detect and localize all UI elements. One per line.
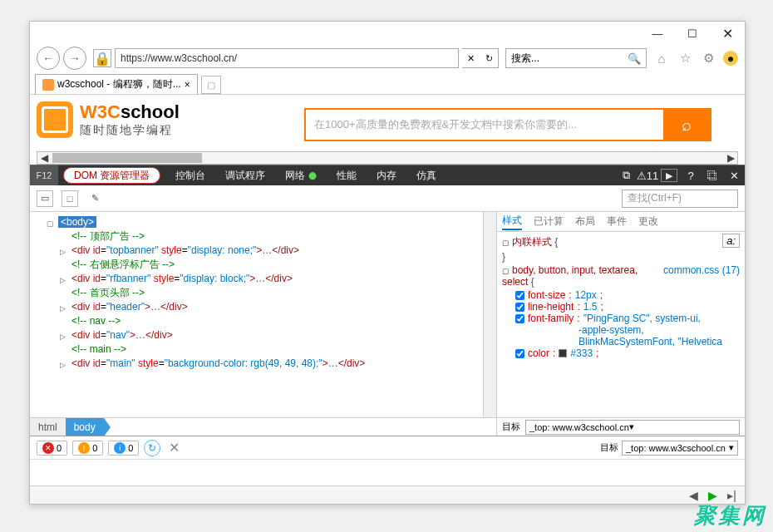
dom-pane: ▢<body> <!-- 顶部广告 --> ▷<div id="topbanne…	[30, 212, 497, 436]
color-swatch-icon[interactable]	[559, 349, 567, 357]
select-element-button[interactable]: ▭	[37, 190, 53, 207]
crumb-html[interactable]: html	[30, 418, 66, 436]
page-viewport: W3Cschool 随时随地学编程 在1000+高质量的免费教程&开发文档中搜索…	[30, 95, 745, 165]
tab-console[interactable]: 控制台	[165, 165, 215, 185]
error-filter[interactable]: ✕0	[37, 441, 67, 456]
new-tab-button[interactable]: ▢	[201, 76, 221, 94]
home-icon[interactable]: ⌂	[653, 50, 670, 66]
prop-toggle[interactable]	[515, 291, 524, 300]
feedback-icon[interactable]: ☻	[723, 51, 738, 66]
tab-title: w3cschool - 编程狮，随时...	[57, 77, 181, 91]
tab-memory[interactable]: 内存	[367, 165, 406, 185]
help-button[interactable]: ?	[680, 165, 702, 185]
pseudo-toggle[interactable]: a:	[722, 234, 740, 248]
search-placeholder: 搜索...	[511, 52, 539, 66]
forward-button[interactable]: →	[63, 47, 86, 70]
style-rules[interactable]: a: ▢内联样式 { } common.css (17)▢body, butto…	[497, 232, 745, 417]
logo-mark-icon	[37, 101, 73, 138]
site-search: 在1000+高质量的免费教程&开发文档中搜索你需要的... ⌕	[304, 108, 711, 141]
target-label: 目标	[502, 421, 520, 433]
site-search-button[interactable]: ⌕	[663, 110, 710, 140]
settings-icon[interactable]: ⚙	[700, 50, 716, 66]
screen-icon[interactable]: ⧉	[615, 165, 637, 185]
browser-window: — ☐ ✕ ← → 🔒 https://www.w3cschool.cn/ ✕ …	[29, 21, 746, 505]
target-select[interactable]: _top: www.w3cschool.cn▾	[525, 420, 740, 435]
url-input[interactable]: https://www.w3cschool.cn/	[115, 48, 459, 68]
tab-performance[interactable]: 性能	[327, 165, 367, 185]
style-footer: 目标 _top: www.w3cschool.cn▾	[497, 417, 745, 436]
devtools-statusbar: ◀ ▶ ▸|	[30, 485, 745, 504]
lock-icon: 🔒	[93, 49, 111, 67]
warn-filter[interactable]: !0	[72, 441, 103, 456]
search-icon[interactable]: 🔍	[628, 52, 641, 65]
dom-tree[interactable]: ▢<body> <!-- 顶部广告 --> ▷<div id="topbanne…	[30, 212, 496, 417]
scroll-left-icon[interactable]: ◀	[689, 489, 698, 502]
dom-scrollbar[interactable]	[483, 212, 496, 417]
tab-emulation[interactable]: 仿真	[406, 165, 446, 185]
tab-computed[interactable]: 已计算	[534, 214, 564, 229]
favorites-icon[interactable]: ☆	[677, 50, 693, 66]
tab-debugger[interactable]: 调试程序	[215, 165, 275, 185]
dom-toolbar: ▭ □ ✎ 查找(Ctrl+F)	[30, 185, 745, 212]
find-input[interactable]: 查找(Ctrl+F)	[622, 190, 738, 208]
refresh-icon[interactable]: ↻	[485, 53, 493, 64]
crumb-body[interactable]: body	[66, 418, 104, 436]
clear-console-button[interactable]: ✕	[169, 440, 180, 456]
pin-button[interactable]: ⿻	[702, 165, 723, 185]
tab-dom-explorer[interactable]: DOM 资源管理器	[63, 167, 160, 184]
site-logo[interactable]: W3Cschool 随时随地学编程	[37, 101, 180, 138]
scroll-left-icon[interactable]: ◀	[37, 152, 51, 164]
minimize-button[interactable]: —	[640, 23, 675, 43]
highlight-button[interactable]: □	[62, 190, 78, 207]
info-filter[interactable]: i0	[108, 441, 139, 456]
favicon-icon	[42, 79, 54, 91]
style-pane: 样式 已计算 布局 事件 更改 a: ▢内联样式 { } common.css …	[497, 212, 745, 436]
target-label: 目标	[600, 441, 618, 454]
devtools-close-button[interactable]: ✕	[723, 165, 745, 185]
tab-close-button[interactable]: ×	[185, 79, 190, 91]
tab-events[interactable]: 事件	[607, 214, 627, 229]
address-bar: ← → 🔒 https://www.w3cschool.cn/ ✕ ↻ 搜索..…	[30, 45, 745, 71]
css-file-link[interactable]: common.css (17)	[663, 264, 740, 276]
style-tabs: 样式 已计算 布局 事件 更改	[497, 212, 745, 232]
url-controls: ✕ ↻	[462, 48, 499, 68]
dock-button[interactable]: ▶	[658, 165, 680, 185]
browser-search-input[interactable]: 搜索... 🔍	[505, 48, 647, 68]
scroll-right-icon[interactable]: ▶	[724, 152, 737, 164]
tab-network[interactable]: 网络⬤	[275, 165, 327, 185]
console-target-select[interactable]: _top: www.w3cschool.cn▾	[622, 441, 738, 456]
console-output[interactable]	[30, 460, 745, 485]
maximize-button[interactable]: ☐	[675, 23, 710, 43]
tab-changes[interactable]: 更改	[638, 214, 658, 229]
step-icon[interactable]: ▸|	[727, 489, 736, 502]
horizontal-scrollbar[interactable]: ◀ ▶	[37, 151, 738, 165]
play-icon[interactable]: ▶	[708, 489, 717, 502]
tab-strip: w3cschool - 编程狮，随时... × ▢	[30, 71, 745, 95]
titlebar: — ☐ ✕	[30, 22, 745, 45]
error-count[interactable]: ⚠ 11	[637, 165, 658, 185]
f12-badge: F12	[30, 165, 58, 185]
console-toolbar: ✕0 !0 i0 ↻ ✕ 目标 _top: www.w3cschool.cn▾	[30, 436, 745, 460]
watermark: 聚集网	[694, 501, 766, 530]
site-search-input[interactable]: 在1000+高质量的免费教程&开发文档中搜索你需要的...	[306, 110, 663, 140]
devtools-main: ▢<body> <!-- 顶部广告 --> ▷<div id="topbanne…	[30, 212, 745, 436]
back-button[interactable]: ←	[37, 47, 60, 70]
page-tab[interactable]: w3cschool - 编程狮，随时... ×	[35, 74, 198, 94]
stop-icon[interactable]: ✕	[467, 53, 475, 64]
devtools-tabs: F12 DOM 资源管理器 控制台 调试程序 网络⬤ 性能 内存 仿真 ⧉ ⚠ …	[30, 165, 745, 185]
tab-layout[interactable]: 布局	[575, 214, 595, 229]
scroll-thumb[interactable]	[52, 153, 202, 163]
devtools: F12 DOM 资源管理器 控制台 调试程序 网络⬤ 性能 内存 仿真 ⧉ ⚠ …	[30, 165, 745, 504]
logo-text: W3Cschool 随时随地学编程	[80, 101, 180, 138]
close-button[interactable]: ✕	[710, 23, 745, 43]
prop-toggle[interactable]	[515, 349, 524, 358]
breadcrumb: html body	[30, 417, 496, 436]
magnify-icon: ⌕	[682, 116, 692, 135]
tab-styles[interactable]: 样式	[502, 214, 522, 230]
prop-toggle[interactable]	[515, 314, 524, 323]
record-icon: ⬤	[308, 171, 317, 180]
console-pane: ✕0 !0 i0 ↻ ✕ 目标 _top: www.w3cschool.cn▾	[30, 436, 745, 485]
color-picker-button[interactable]: ✎	[86, 190, 103, 207]
preserve-log-button[interactable]: ↻	[144, 440, 160, 456]
prop-toggle[interactable]	[515, 303, 524, 312]
